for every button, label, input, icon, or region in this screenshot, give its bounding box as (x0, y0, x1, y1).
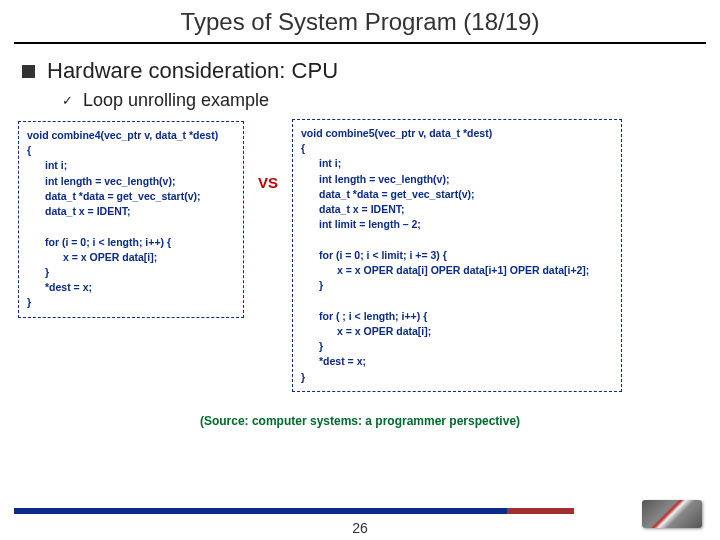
code-line: data_t x = IDENT; (301, 202, 613, 217)
code-line: for (i = 0; i < length; i++) { (27, 235, 235, 250)
code-line: } (27, 296, 31, 308)
code-line: data_t *data = get_vec_start(v); (301, 187, 613, 202)
vs-label: VS (258, 174, 278, 191)
code-line: int i; (27, 158, 235, 173)
code-area: void combine4(vec_ptr v, data_t *dest) {… (18, 119, 702, 392)
code-line: { (27, 144, 31, 156)
code-line: int i; (301, 156, 613, 171)
footer-bar (14, 508, 574, 514)
sub-bullet-row-1: ✓ Loop unrolling example (62, 90, 720, 111)
code-line: void combine4(vec_ptr v, data_t *dest) (27, 129, 218, 141)
code-line: x = x OPER data[i]; (27, 250, 235, 265)
code-line: data_t x = IDENT; (27, 204, 235, 219)
code-line: } (301, 339, 613, 354)
code-box-left: void combine4(vec_ptr v, data_t *dest) {… (18, 121, 244, 318)
code-line: int length = vec_length(v); (27, 174, 235, 189)
code-line: } (301, 278, 613, 293)
check-icon: ✓ (62, 93, 73, 108)
source-citation: (Source: computer systems: a programmer … (0, 414, 720, 428)
code-line: void combine5(vec_ptr v, data_t *dest) (301, 127, 492, 139)
title-rule (14, 42, 706, 44)
code-line: } (27, 265, 235, 280)
slide-title: Types of System Program (18/19) (0, 0, 720, 42)
code-line: int limit = length – 2; (301, 217, 613, 232)
code-line: x = x OPER data[i]; (301, 324, 613, 339)
vs-column: VS (244, 119, 292, 191)
code-line: int length = vec_length(v); (301, 172, 613, 187)
square-bullet-icon (22, 65, 35, 78)
footer: 26 (0, 494, 720, 540)
code-line: *dest = x; (27, 280, 235, 295)
code-line: x = x OPER data[i] OPER data[i+1] OPER d… (301, 263, 613, 278)
code-line: { (301, 142, 305, 154)
page-number: 26 (0, 520, 720, 536)
logo-icon (642, 500, 702, 528)
code-line: for (i = 0; i < limit; i += 3) { (301, 248, 613, 263)
bullet-text-1: Hardware consideration: CPU (47, 58, 338, 84)
code-line: *dest = x; (301, 354, 613, 369)
code-line: data_t *data = get_vec_start(v); (27, 189, 235, 204)
code-line: for ( ; i < length; i++) { (301, 309, 613, 324)
bullet-row-1: Hardware consideration: CPU (22, 58, 720, 84)
code-line: } (301, 371, 305, 383)
code-box-right: void combine5(vec_ptr v, data_t *dest) {… (292, 119, 622, 392)
sub-bullet-text-1: Loop unrolling example (83, 90, 269, 111)
